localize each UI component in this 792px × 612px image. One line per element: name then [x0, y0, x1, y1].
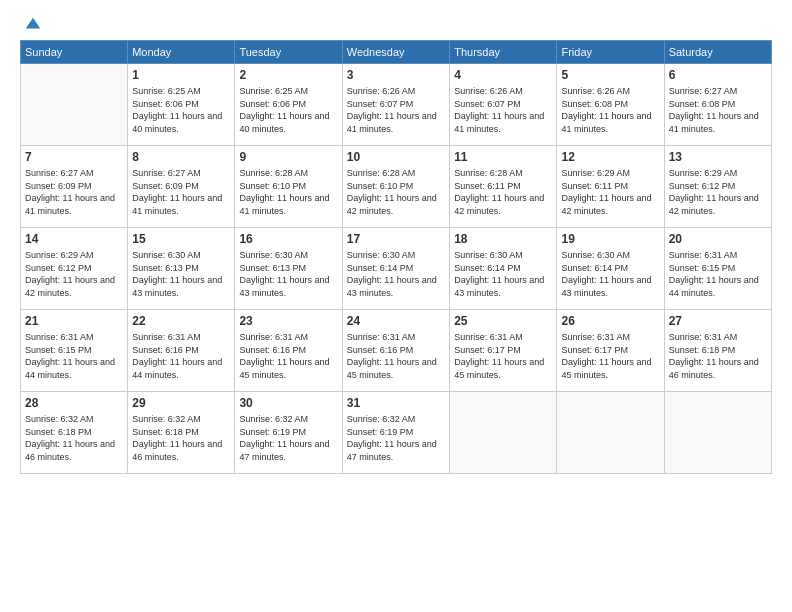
calendar-day-cell: 8Sunrise: 6:27 AMSunset: 6:09 PMDaylight…: [128, 146, 235, 228]
day-info: Sunrise: 6:30 AMSunset: 6:14 PMDaylight:…: [347, 249, 445, 299]
calendar-day-cell: 26Sunrise: 6:31 AMSunset: 6:17 PMDayligh…: [557, 310, 664, 392]
day-info: Sunrise: 6:31 AMSunset: 6:16 PMDaylight:…: [347, 331, 445, 381]
calendar-day-cell: 1Sunrise: 6:25 AMSunset: 6:06 PMDaylight…: [128, 64, 235, 146]
calendar-week-row: 28Sunrise: 6:32 AMSunset: 6:18 PMDayligh…: [21, 392, 772, 474]
day-number: 7: [25, 149, 123, 165]
day-info: Sunrise: 6:32 AMSunset: 6:19 PMDaylight:…: [347, 413, 445, 463]
day-info: Sunrise: 6:28 AMSunset: 6:10 PMDaylight:…: [347, 167, 445, 217]
day-number: 27: [669, 313, 767, 329]
calendar-day-cell: [21, 64, 128, 146]
day-number: 18: [454, 231, 552, 247]
day-number: 20: [669, 231, 767, 247]
calendar-day-cell: 25Sunrise: 6:31 AMSunset: 6:17 PMDayligh…: [450, 310, 557, 392]
calendar-day-cell: 5Sunrise: 6:26 AMSunset: 6:08 PMDaylight…: [557, 64, 664, 146]
day-number: 25: [454, 313, 552, 329]
calendar-day-cell: [557, 392, 664, 474]
day-number: 24: [347, 313, 445, 329]
day-info: Sunrise: 6:26 AMSunset: 6:08 PMDaylight:…: [561, 85, 659, 135]
weekday-header-thursday: Thursday: [450, 41, 557, 64]
calendar-day-cell: 23Sunrise: 6:31 AMSunset: 6:16 PMDayligh…: [235, 310, 342, 392]
calendar-day-cell: 28Sunrise: 6:32 AMSunset: 6:18 PMDayligh…: [21, 392, 128, 474]
weekday-header-monday: Monday: [128, 41, 235, 64]
day-info: Sunrise: 6:29 AMSunset: 6:11 PMDaylight:…: [561, 167, 659, 217]
day-info: Sunrise: 6:27 AMSunset: 6:08 PMDaylight:…: [669, 85, 767, 135]
day-number: 9: [239, 149, 337, 165]
calendar-day-cell: 29Sunrise: 6:32 AMSunset: 6:18 PMDayligh…: [128, 392, 235, 474]
day-number: 12: [561, 149, 659, 165]
day-info: Sunrise: 6:28 AMSunset: 6:11 PMDaylight:…: [454, 167, 552, 217]
page-header: [20, 16, 772, 30]
day-number: 15: [132, 231, 230, 247]
day-info: Sunrise: 6:31 AMSunset: 6:17 PMDaylight:…: [454, 331, 552, 381]
day-info: Sunrise: 6:30 AMSunset: 6:14 PMDaylight:…: [454, 249, 552, 299]
day-number: 1: [132, 67, 230, 83]
weekday-header-sunday: Sunday: [21, 41, 128, 64]
calendar-day-cell: 13Sunrise: 6:29 AMSunset: 6:12 PMDayligh…: [664, 146, 771, 228]
day-number: 28: [25, 395, 123, 411]
calendar-day-cell: 20Sunrise: 6:31 AMSunset: 6:15 PMDayligh…: [664, 228, 771, 310]
calendar-day-cell: 22Sunrise: 6:31 AMSunset: 6:16 PMDayligh…: [128, 310, 235, 392]
day-number: 30: [239, 395, 337, 411]
day-number: 16: [239, 231, 337, 247]
calendar-week-row: 21Sunrise: 6:31 AMSunset: 6:15 PMDayligh…: [21, 310, 772, 392]
day-info: Sunrise: 6:30 AMSunset: 6:14 PMDaylight:…: [561, 249, 659, 299]
day-number: 3: [347, 67, 445, 83]
weekday-header-wednesday: Wednesday: [342, 41, 449, 64]
day-info: Sunrise: 6:32 AMSunset: 6:18 PMDaylight:…: [25, 413, 123, 463]
day-number: 10: [347, 149, 445, 165]
day-number: 2: [239, 67, 337, 83]
calendar-day-cell: [664, 392, 771, 474]
calendar-week-row: 14Sunrise: 6:29 AMSunset: 6:12 PMDayligh…: [21, 228, 772, 310]
calendar-day-cell: 11Sunrise: 6:28 AMSunset: 6:11 PMDayligh…: [450, 146, 557, 228]
day-number: 19: [561, 231, 659, 247]
day-info: Sunrise: 6:26 AMSunset: 6:07 PMDaylight:…: [347, 85, 445, 135]
calendar-table: SundayMondayTuesdayWednesdayThursdayFrid…: [20, 40, 772, 474]
day-info: Sunrise: 6:32 AMSunset: 6:18 PMDaylight:…: [132, 413, 230, 463]
calendar-day-cell: 18Sunrise: 6:30 AMSunset: 6:14 PMDayligh…: [450, 228, 557, 310]
day-number: 13: [669, 149, 767, 165]
day-info: Sunrise: 6:28 AMSunset: 6:10 PMDaylight:…: [239, 167, 337, 217]
calendar-day-cell: 4Sunrise: 6:26 AMSunset: 6:07 PMDaylight…: [450, 64, 557, 146]
calendar-day-cell: 30Sunrise: 6:32 AMSunset: 6:19 PMDayligh…: [235, 392, 342, 474]
day-number: 8: [132, 149, 230, 165]
calendar-day-cell: 19Sunrise: 6:30 AMSunset: 6:14 PMDayligh…: [557, 228, 664, 310]
calendar-day-cell: 31Sunrise: 6:32 AMSunset: 6:19 PMDayligh…: [342, 392, 449, 474]
calendar-day-cell: 2Sunrise: 6:25 AMSunset: 6:06 PMDaylight…: [235, 64, 342, 146]
day-info: Sunrise: 6:31 AMSunset: 6:16 PMDaylight:…: [239, 331, 337, 381]
calendar-day-cell: 16Sunrise: 6:30 AMSunset: 6:13 PMDayligh…: [235, 228, 342, 310]
day-info: Sunrise: 6:31 AMSunset: 6:17 PMDaylight:…: [561, 331, 659, 381]
day-info: Sunrise: 6:31 AMSunset: 6:18 PMDaylight:…: [669, 331, 767, 381]
day-info: Sunrise: 6:30 AMSunset: 6:13 PMDaylight:…: [132, 249, 230, 299]
weekday-header-saturday: Saturday: [664, 41, 771, 64]
logo: [20, 16, 42, 30]
calendar-day-cell: 17Sunrise: 6:30 AMSunset: 6:14 PMDayligh…: [342, 228, 449, 310]
svg-marker-0: [26, 18, 40, 29]
day-number: 23: [239, 313, 337, 329]
weekday-header-friday: Friday: [557, 41, 664, 64]
calendar-day-cell: 3Sunrise: 6:26 AMSunset: 6:07 PMDaylight…: [342, 64, 449, 146]
logo-icon: [24, 16, 42, 34]
calendar-day-cell: 6Sunrise: 6:27 AMSunset: 6:08 PMDaylight…: [664, 64, 771, 146]
calendar-day-cell: 14Sunrise: 6:29 AMSunset: 6:12 PMDayligh…: [21, 228, 128, 310]
calendar-day-cell: 7Sunrise: 6:27 AMSunset: 6:09 PMDaylight…: [21, 146, 128, 228]
day-info: Sunrise: 6:31 AMSunset: 6:16 PMDaylight:…: [132, 331, 230, 381]
calendar-week-row: 1Sunrise: 6:25 AMSunset: 6:06 PMDaylight…: [21, 64, 772, 146]
weekday-header-tuesday: Tuesday: [235, 41, 342, 64]
day-number: 17: [347, 231, 445, 247]
day-info: Sunrise: 6:29 AMSunset: 6:12 PMDaylight:…: [25, 249, 123, 299]
calendar-day-cell: 15Sunrise: 6:30 AMSunset: 6:13 PMDayligh…: [128, 228, 235, 310]
day-info: Sunrise: 6:32 AMSunset: 6:19 PMDaylight:…: [239, 413, 337, 463]
day-info: Sunrise: 6:29 AMSunset: 6:12 PMDaylight:…: [669, 167, 767, 217]
day-number: 22: [132, 313, 230, 329]
day-number: 11: [454, 149, 552, 165]
calendar-day-cell: 10Sunrise: 6:28 AMSunset: 6:10 PMDayligh…: [342, 146, 449, 228]
day-number: 26: [561, 313, 659, 329]
day-info: Sunrise: 6:27 AMSunset: 6:09 PMDaylight:…: [25, 167, 123, 217]
day-info: Sunrise: 6:27 AMSunset: 6:09 PMDaylight:…: [132, 167, 230, 217]
day-info: Sunrise: 6:30 AMSunset: 6:13 PMDaylight:…: [239, 249, 337, 299]
day-number: 29: [132, 395, 230, 411]
calendar-day-cell: 27Sunrise: 6:31 AMSunset: 6:18 PMDayligh…: [664, 310, 771, 392]
calendar-day-cell: 21Sunrise: 6:31 AMSunset: 6:15 PMDayligh…: [21, 310, 128, 392]
day-number: 21: [25, 313, 123, 329]
calendar-week-row: 7Sunrise: 6:27 AMSunset: 6:09 PMDaylight…: [21, 146, 772, 228]
